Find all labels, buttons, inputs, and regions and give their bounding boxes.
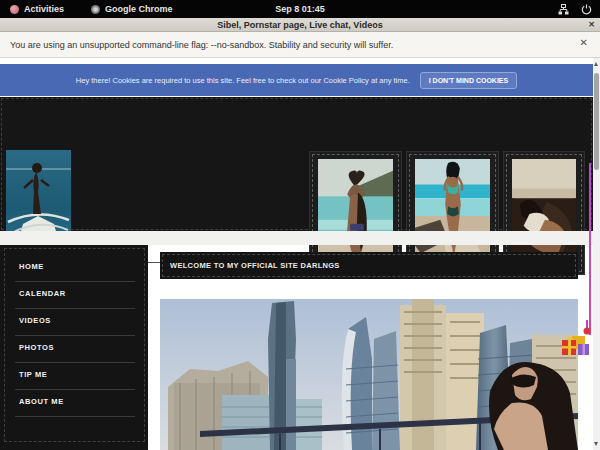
- network-icon[interactable]: [558, 4, 569, 15]
- scrollbar[interactable]: [593, 58, 600, 450]
- cookie-message: Hey there! Cookies are required to use t…: [76, 76, 410, 85]
- sidebar: HOME CALENDAR VIDEOS PHOTOS TIP ME ABOUT…: [0, 245, 148, 450]
- scrollbar-thumb[interactable]: [594, 73, 599, 170]
- sidebar-item-calendar[interactable]: CALENDAR: [15, 282, 135, 309]
- welcome-heading: WELCOME TO MY OFFICIAL SITE DARLNGS: [170, 252, 340, 279]
- window-title-bar[interactable]: Sibel, Pornstar page, Live chat, Videos …: [0, 18, 600, 32]
- sidebar-menu: HOME CALENDAR VIDEOS PHOTOS TIP ME ABOUT…: [15, 255, 135, 417]
- welcome-heading-bar: WELCOME TO MY OFFICIAL SITE DARLNGS: [160, 252, 578, 279]
- gift-ribbon-line: [589, 163, 591, 335]
- chrome-infobar: You are using an unsupported command-lin…: [0, 32, 600, 58]
- sidebar-item-photos[interactable]: PHOTOS: [15, 336, 135, 363]
- accept-cookies-button[interactable]: I DON'T MIND COOKIES: [420, 72, 517, 89]
- sidebar-item-tip-me[interactable]: TIP ME: [15, 363, 135, 390]
- window-title: Sibel, Pornstar page, Live chat, Videos: [217, 20, 382, 30]
- gift-boxes-icon[interactable]: [560, 320, 593, 366]
- desktop-screen: Activities Google Chrome Sep 8 01:45: [0, 0, 600, 450]
- gnome-top-bar: Activities Google Chrome Sep 8 01:45: [0, 0, 600, 18]
- header-content-gap: [0, 231, 593, 245]
- browser-viewport: Hey there! Cookies are required to use t…: [0, 58, 600, 450]
- scroll-up-icon[interactable]: [594, 62, 598, 66]
- window-close-icon[interactable]: ✕: [588, 18, 595, 32]
- clock[interactable]: Sep 8 01:45: [0, 4, 600, 14]
- cookie-banner: Hey there! Cookies are required to use t…: [0, 64, 593, 96]
- infobar-message: You are using an unsupported command-lin…: [0, 40, 393, 50]
- site-header: [0, 97, 593, 231]
- scroll-down-icon[interactable]: [594, 442, 598, 446]
- sidebar-item-home[interactable]: HOME: [15, 255, 135, 282]
- infobar-close-icon[interactable]: ✕: [580, 37, 588, 48]
- power-icon[interactable]: [581, 4, 592, 15]
- sidebar-item-videos[interactable]: VIDEOS: [15, 309, 135, 336]
- sidebar-item-about-me[interactable]: ABOUT ME: [15, 390, 135, 417]
- skyline-photo[interactable]: [160, 299, 578, 450]
